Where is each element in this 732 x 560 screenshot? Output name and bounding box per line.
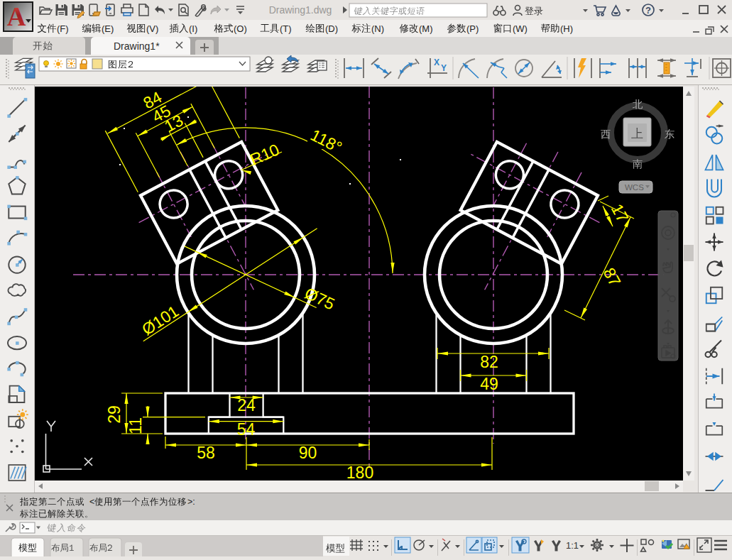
svg-text:90: 90 bbox=[299, 444, 317, 462]
svg-text:1:1: 1:1 bbox=[566, 540, 579, 551]
svg-text:Drawing1*: Drawing1* bbox=[114, 40, 160, 52]
svg-text:(T): (T) bbox=[280, 23, 292, 34]
svg-text:(O): (O) bbox=[234, 23, 247, 34]
svg-text:(V): (V) bbox=[146, 23, 158, 34]
svg-text:WCS: WCS bbox=[625, 183, 644, 192]
svg-text:<: < bbox=[89, 497, 94, 507]
svg-text:(D): (D) bbox=[325, 23, 338, 34]
svg-text:(H): (H) bbox=[560, 23, 573, 34]
svg-text:82: 82 bbox=[480, 353, 498, 371]
svg-text:(N): (N) bbox=[371, 23, 384, 34]
svg-text:11: 11 bbox=[126, 417, 145, 434]
svg-text:58: 58 bbox=[197, 444, 215, 462]
svg-text:X: X bbox=[434, 57, 439, 67]
svg-text:24: 24 bbox=[237, 396, 256, 414]
svg-text:180: 180 bbox=[346, 463, 373, 482]
svg-text:(E): (E) bbox=[102, 23, 114, 34]
svg-text:(I): (I) bbox=[189, 23, 197, 34]
svg-text:29: 29 bbox=[105, 405, 124, 424]
svg-text:?: ? bbox=[645, 5, 651, 16]
svg-text:(W): (W) bbox=[513, 23, 528, 34]
svg-text:Drawing1.dwg: Drawing1.dwg bbox=[269, 4, 332, 16]
svg-text:49: 49 bbox=[480, 375, 498, 393]
svg-text:Y: Y bbox=[441, 63, 447, 73]
svg-text:54: 54 bbox=[237, 420, 256, 439]
svg-text:(F): (F) bbox=[57, 23, 69, 34]
svg-text:A: A bbox=[7, 2, 26, 31]
svg-text:>:: >: bbox=[187, 497, 195, 507]
svg-text:(M): (M) bbox=[419, 23, 433, 34]
svg-text:(P): (P) bbox=[466, 23, 479, 34]
